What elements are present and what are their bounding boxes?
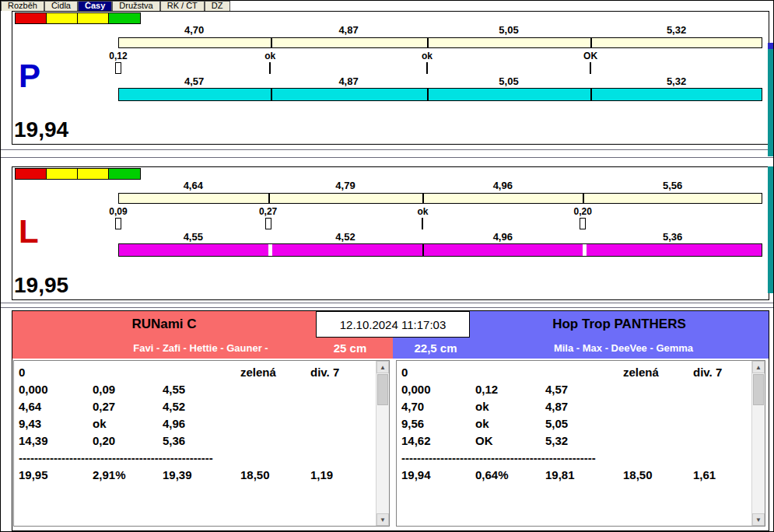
bar-divider: [422, 244, 424, 256]
bar-divider: [583, 194, 584, 203]
tab-druzstva[interactable]: Družstva: [112, 1, 159, 11]
run-datetime: 12.10.2024 11:17:03: [316, 311, 470, 338]
measured-bar: [118, 88, 762, 101]
lane-p-panel: P 19,94 4,70 4,87 5,05 5,32 0,12 ok ok O…: [12, 11, 769, 145]
results-header-row: 0 zelená div. 7: [401, 366, 751, 383]
change-label: OK: [583, 51, 597, 61]
application-window: Rozběh Čidla Časy Družstva RK / ČT DZ P …: [0, 0, 774, 532]
results-totals-row: 19,95 2,91% 19,39 18,50 1,19: [19, 468, 375, 485]
scroll-thumb[interactable]: [377, 374, 388, 405]
team-left-name: RUNami C: [12, 311, 316, 338]
change-tick-line: [422, 218, 423, 229]
scroll-up-icon: ▲: [755, 364, 762, 371]
change-label: 0,09: [109, 206, 127, 217]
split-value: 4,87: [270, 24, 427, 36]
split-value: 4,70: [118, 24, 270, 36]
split-value: 4,55: [118, 231, 268, 243]
results-row: 0,000 0,09 4,55: [19, 383, 375, 400]
scroll-down-icon: ▼: [380, 516, 386, 523]
scrollbar[interactable]: ▲ ▼: [751, 361, 765, 526]
tab-bar: Rozběh Čidla Časy Družstva RK / ČT DZ: [1, 1, 773, 11]
bar-divider: [427, 38, 429, 47]
change-ticks-row: [118, 62, 762, 75]
tab-dz[interactable]: DZ: [205, 1, 230, 11]
lane-bars: 4,70 4,87 5,05 5,32 0,12 ok ok OK: [118, 12, 762, 144]
scroll-up-button[interactable]: ▲: [752, 361, 765, 373]
yellow-light-2: [78, 13, 109, 23]
expected-split-row: 4,70 4,87 5,05 5,32: [118, 24, 762, 36]
team-right-dogs: Mila - Max - DeeVee - Gemma: [478, 342, 769, 354]
team-right-subheader: 22,5 cm Mila - Max - DeeVee - Gemma: [393, 338, 769, 359]
change-label: ok: [417, 206, 428, 217]
split-value: 5,32: [590, 75, 762, 87]
team-left-height: 25 cm: [307, 341, 393, 355]
measured-split-row: 4,57 4,87 5,05 5,32: [118, 75, 762, 87]
change-labels-row: 0,09 0,27 ok 0,20: [118, 206, 762, 217]
results-left-text: 0 zelená div. 7 0,000 0,09 4,55 4,64 0,2…: [14, 361, 375, 526]
right-edge-strip: [768, 49, 773, 156]
change-tick-line: [590, 62, 591, 74]
split-value: 5,36: [583, 231, 762, 243]
bar-divider: [427, 89, 429, 100]
scroll-down-button[interactable]: ▼: [752, 513, 765, 526]
change-tick-line: [426, 62, 428, 74]
team-left-subheader: Favi - Zafi - Hettie - Gauner - 25 cm: [12, 338, 393, 359]
split-value: 4,79: [268, 180, 423, 191]
results-right-panel[interactable]: 0 zelená div. 7 0,000 0,12 4,57 4,70 ok …: [396, 360, 765, 527]
results-divider: ----------------------------------------…: [401, 451, 751, 468]
expected-bar: [118, 37, 762, 48]
results-row: 14,62 OK 5,32: [401, 434, 751, 451]
split-value: 4,87: [270, 75, 427, 87]
change-label: ok: [264, 51, 275, 61]
results-row: 4,64 0,27 4,52: [19, 400, 375, 417]
team-right-height: 22,5 cm: [393, 341, 478, 355]
red-light: [16, 169, 47, 179]
change-label: 0,20: [574, 206, 592, 217]
tab-cidla[interactable]: Čidla: [44, 1, 78, 11]
edge-marker: [768, 43, 773, 49]
scroll-down-icon: ▼: [755, 516, 762, 523]
split-value: 5,05: [427, 75, 590, 87]
results-row: 9,43 ok 4,96: [19, 417, 375, 434]
split-value: 4,96: [422, 180, 583, 191]
grid-separator: [1, 300, 773, 310]
change-tick-line: [269, 62, 271, 74]
bar-divider: [590, 38, 592, 47]
split-value: 5,56: [583, 180, 762, 191]
scoreboard-body: 0 zelená div. 7 0,000 0,09 4,55 4,64 0,2…: [13, 359, 765, 528]
expected-bar: [118, 193, 762, 204]
change-tick-box: [115, 62, 121, 74]
tab-rk-ct[interactable]: RK / ČT: [160, 1, 205, 11]
scroll-up-icon: ▲: [380, 364, 386, 371]
grid-separator: [1, 145, 773, 166]
scroll-down-button[interactable]: ▼: [376, 513, 389, 526]
team-right-name: Hop Trop PANTHERS: [470, 311, 769, 338]
lane-total-time: 19,94: [14, 117, 68, 142]
scoreboard: RUNami C 12.10.2024 11:17:03 Hop Trop PA…: [12, 310, 769, 531]
lane-letter: L: [19, 215, 39, 248]
lane-l-panel: L 19,95 4,64 4,79 4,96 5,56 0,09 0,27 ok…: [12, 166, 769, 300]
tab-rozbeh[interactable]: Rozběh: [1, 1, 44, 11]
yellow-light-1: [47, 169, 78, 179]
bar-divider: [271, 38, 272, 47]
scrollbar[interactable]: ▲ ▼: [376, 361, 389, 526]
bar-divider: [271, 89, 272, 100]
change-tick-box: [580, 218, 586, 229]
change-label: 0,12: [109, 51, 127, 61]
right-edge-strip: [768, 166, 773, 293]
lane-bars: 4,64 4,79 4,96 5,56 0,09 0,27 ok 0,20: [118, 167, 762, 299]
tab-casy[interactable]: Časy: [78, 1, 112, 11]
yellow-light-2: [78, 169, 109, 179]
results-totals-row: 19,94 0,64% 19,81 18,50 1,61: [401, 468, 751, 485]
results-row: 0,000 0,12 4,57: [401, 383, 751, 400]
results-row: 14,39 0,20 5,36: [19, 434, 375, 451]
scroll-thumb[interactable]: [753, 374, 764, 405]
change-labels-row: 0,12 ok ok OK: [118, 51, 762, 61]
bar-gap: [268, 244, 272, 256]
red-light: [16, 13, 47, 23]
results-left-panel[interactable]: 0 zelená div. 7 0,000 0,09 4,55 4,64 0,2…: [13, 360, 390, 527]
scroll-up-button[interactable]: ▲: [376, 361, 389, 373]
yellow-light-1: [47, 13, 78, 23]
scoreboard-header-row: RUNami C 12.10.2024 11:17:03 Hop Trop PA…: [12, 311, 769, 338]
split-value: 4,52: [268, 231, 423, 243]
